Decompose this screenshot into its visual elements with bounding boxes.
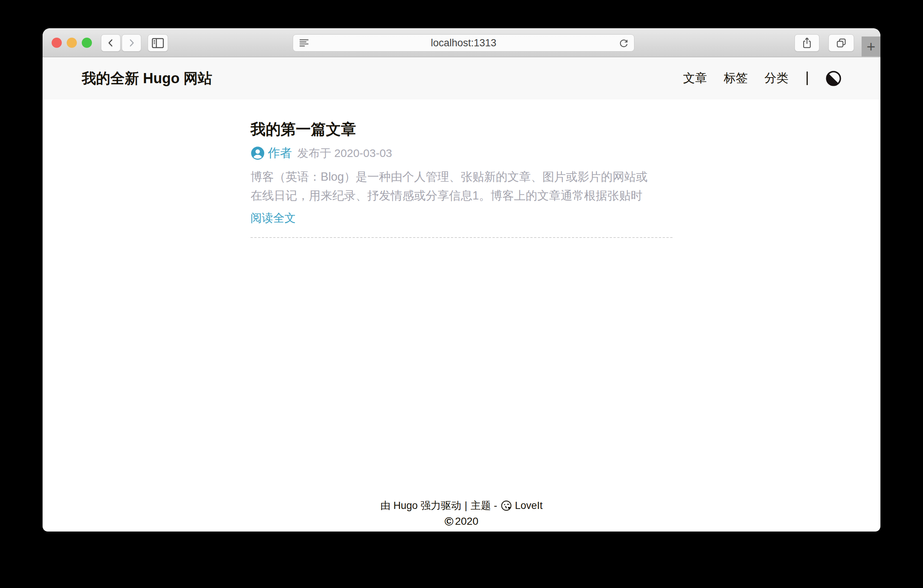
main-content: 我的第一篇文章 作者 发布于 2020-03-03 (251, 120, 672, 238)
summary-line: 在线日记，用来纪录、抒发情感或分享信息1。博客上的文章通常根据张贴时 (251, 186, 672, 205)
publish-label: 发布于 (297, 147, 331, 159)
post-title[interactable]: 我的第一篇文章 (251, 120, 672, 138)
nav-item-posts[interactable]: 文章 (683, 70, 707, 87)
footer-copyright-line: © 2020 (43, 513, 880, 529)
chevron-left-icon (105, 38, 116, 48)
post-divider (251, 237, 672, 238)
back-button[interactable] (101, 34, 121, 52)
powered-by-text: 由 Hugo 强力驱动 (381, 498, 462, 513)
theme-label: 主题 - (471, 498, 497, 513)
url-text: localhost:1313 (293, 37, 634, 49)
publish-date-value: 2020-03-03 (334, 147, 392, 159)
minimize-window-button[interactable] (67, 38, 77, 48)
read-more-link[interactable]: 阅读全文 (251, 210, 296, 226)
publish-date: 发布于 2020-03-03 (297, 146, 392, 161)
chevron-right-icon (126, 38, 137, 48)
nav-item-tags[interactable]: 标签 (724, 70, 748, 87)
reader-view-icon[interactable] (299, 38, 309, 47)
copyright-year: 2020 (455, 513, 478, 529)
browser-window: localhost:1313 (43, 28, 880, 532)
copyright-icon: © (445, 513, 453, 529)
browser-toolbar: localhost:1313 (43, 28, 880, 57)
post-card: 我的第一篇文章 作者 发布于 2020-03-03 (251, 120, 672, 238)
theme-link[interactable]: LoveIt (501, 498, 543, 513)
plus-icon: + (867, 39, 875, 54)
summary-line: 博客（英语：Blog）是一种由个人管理、张贴新的文章、图片或影片的网站或 (251, 167, 672, 186)
theme-toggle-icon (826, 71, 841, 86)
main-nav: 文章 标签 分类 (683, 70, 841, 87)
reload-icon[interactable] (619, 38, 629, 48)
tabs-icon (836, 37, 847, 49)
nav-divider (806, 72, 808, 85)
kiss-wink-heart-icon (501, 500, 512, 512)
site-footer: 由 Hugo 强力驱动 | 主题 - LoveIt © 2020 (43, 498, 880, 529)
footer-separator: | (465, 498, 467, 513)
share-icon (801, 37, 813, 49)
author-name: 作者 (268, 145, 292, 162)
sidebar-toggle-button[interactable] (148, 34, 168, 52)
theme-name: LoveIt (515, 498, 543, 513)
site-header: 我的全新 Hugo 网站 文章 标签 分类 (43, 57, 880, 99)
forward-button[interactable] (122, 34, 141, 52)
traffic-lights (52, 38, 92, 48)
post-summary: 博客（英语：Blog）是一种由个人管理、张贴新的文章、图片或影片的网站或 在线日… (251, 167, 672, 205)
author-link[interactable]: 作者 (251, 145, 292, 162)
tab-overview-button[interactable] (828, 34, 854, 52)
zoom-window-button[interactable] (82, 38, 92, 48)
post-meta: 作者 发布于 2020-03-03 (251, 145, 672, 162)
close-window-button[interactable] (52, 38, 62, 48)
theme-toggle-button[interactable] (826, 71, 841, 86)
nav-item-categories[interactable]: 分类 (764, 70, 788, 87)
user-circle-icon (251, 146, 265, 161)
new-tab-button[interactable]: + (862, 36, 880, 56)
footer-powered-line: 由 Hugo 强力驱动 | 主题 - LoveIt (43, 498, 880, 513)
site-title[interactable]: 我的全新 Hugo 网站 (82, 69, 212, 88)
address-bar[interactable]: localhost:1313 (293, 34, 634, 52)
sidebar-icon (152, 38, 164, 48)
share-button[interactable] (795, 34, 820, 52)
